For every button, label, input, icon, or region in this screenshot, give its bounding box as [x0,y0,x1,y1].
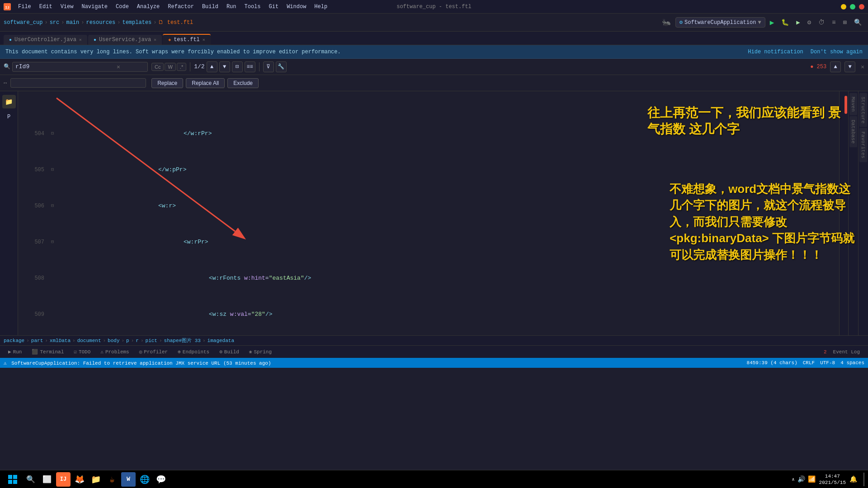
search-next-button[interactable]: ▼ [219,61,230,72]
bc-part[interactable]: part [31,338,43,343]
tab-testftl[interactable]: ◈ test.ftl ✕ [163,34,211,45]
taskbar-explorer-icon[interactable]: 📁 [89,472,103,487]
tab-userservice[interactable]: ● UserService.java ✕ [88,35,162,45]
notification-center-icon[interactable]: 🔔 [849,475,857,483]
code-content[interactable]: 504 ⊟ </w:rPr> 505 ⊟ </w:pPr> 506 ⊟ <w:r… [18,91,839,335]
debug-button[interactable]: 🐛 [778,17,792,28]
menu-code[interactable]: Code [112,3,132,11]
match-up-button[interactable]: ▲ [830,61,841,72]
vtab-structure[interactable]: Structure [859,93,867,127]
tab-close-icon[interactable]: ✕ [203,37,205,42]
menu-window[interactable]: Window [283,3,310,11]
vtab-maven[interactable]: Maven [849,93,857,115]
replace-all-button[interactable]: Replace All [186,78,225,88]
maximize-button[interactable] [850,4,855,9]
bc-package[interactable]: package [4,338,24,343]
search-input[interactable] [15,63,115,70]
whole-word-toggle[interactable]: W [165,63,175,71]
bc-p[interactable]: p [126,338,129,343]
menu-build[interactable]: Build [198,3,222,11]
replace-button[interactable]: Replace [151,78,183,88]
bc-pict[interactable]: pict [146,338,157,343]
replace-input[interactable] [14,80,131,86]
search-prev-button[interactable]: ▲ [207,61,217,72]
menu-navigate[interactable]: Navigate [78,3,111,11]
cursor-position[interactable]: 8459:39 (4 chars) [747,360,797,366]
sidebar-project-icon[interactable]: 📁 [2,95,16,108]
layout-icon[interactable]: ⊞ [840,17,849,28]
project-breadcrumb-main[interactable]: main [66,19,79,26]
vtab-favorites[interactable]: Favorites [859,128,867,162]
build-button[interactable]: ⚙ [805,17,814,28]
menu-git[interactable]: Git [265,3,283,11]
taskbar-word-icon[interactable]: W [121,472,136,487]
btab-profiler[interactable]: ◎ Profiler [135,347,172,356]
project-breadcrumb-templates[interactable]: templates [122,19,151,26]
btab-spring[interactable]: ❀ Spring [245,347,276,356]
bc-document[interactable]: document [77,338,101,343]
btab-todo[interactable]: ☑ TODO [69,347,95,356]
menu-refactor[interactable]: Refactor [164,3,198,11]
tray-network-icon[interactable]: 📶 [808,475,816,483]
taskbar-firefox-icon[interactable]: 🦊 [72,472,87,487]
taskbar-intellij-icon[interactable]: IJ [56,472,71,487]
menu-file[interactable]: File [14,3,35,11]
search-filter-button[interactable]: ⊽ [263,61,274,72]
ant-icon[interactable]: 🐜 [659,16,674,29]
search-clear-icon[interactable]: ✕ [117,63,120,70]
menu-edit[interactable]: Edit [36,3,56,11]
code-editor[interactable]: 504 ⊟ </w:rPr> 505 ⊟ </w:pPr> 506 ⊟ <w:r… [18,91,839,335]
bc-shape[interactable]: shape#图片 33 [164,337,201,344]
project-breadcrumb-src[interactable]: src [50,19,60,26]
bc-xmldata[interactable]: xmlData [50,338,71,343]
dont-show-again-button[interactable]: Don't show again [811,49,863,55]
tab-close-icon[interactable]: ✕ [154,37,156,42]
minimize-button[interactable] [841,4,846,9]
btab-event-log[interactable]: Event Log [829,348,864,356]
project-breadcrumb-file[interactable]: 🗋 test.ftl [158,19,193,26]
btab-endpoints[interactable]: ⊕ Endpoints [173,347,214,356]
menu-view[interactable]: View [57,3,77,11]
bc-imagedata[interactable]: imagedata [208,338,234,343]
search-multiline-button[interactable]: ≡≡ [245,61,255,72]
search-wrap-button[interactable]: ⊡ [232,61,243,72]
system-clock[interactable]: 14:47 2021/5/15 [819,473,846,486]
bc-body[interactable]: body [108,338,119,343]
search-close-icon[interactable]: ✕ [861,63,864,70]
run-button[interactable]: ▶ [767,16,777,29]
menu-run[interactable]: Run [223,3,240,11]
vtab-database[interactable]: Database [849,116,857,147]
line-ending[interactable]: CRLF [803,360,815,366]
btab-problems[interactable]: ⚠ Problems [96,347,133,356]
match-case-toggle[interactable]: Cc [151,63,164,71]
show-desktop-icon[interactable] [861,473,864,486]
more-run-options[interactable]: ⏱ [816,17,827,28]
run-configuration[interactable]: ⚙ SoftwareCupApplication ▼ [675,17,765,28]
menu-analyze[interactable]: Analyze [133,3,163,11]
search-everywhere-icon[interactable]: 🔍 [851,17,864,28]
taskbar-chrome-icon[interactable]: 🌐 [137,472,152,487]
tab-usercontroller[interactable]: ● UserController.java ✕ [4,35,87,45]
regex-toggle[interactable]: .* [177,63,186,71]
project-breadcrumb-softwarecup[interactable]: software_cup [4,19,42,26]
start-button[interactable] [4,473,22,486]
tray-speaker-icon[interactable]: 🔊 [797,475,805,483]
hide-notification-button[interactable]: Hide notification [748,49,803,55]
menu-tools[interactable]: Tools [241,3,264,11]
project-breadcrumb-resources[interactable]: resources [86,19,115,26]
encoding[interactable]: UTF-8 [820,360,835,366]
sidebar-icon-1[interactable]: P [2,110,16,124]
match-down-button[interactable]: ▼ [844,61,855,72]
timer-icon[interactable]: ≡ [829,17,838,28]
exclude-button[interactable]: Exclude [227,78,259,88]
tab-close-icon[interactable]: ✕ [79,37,82,42]
btab-run[interactable]: ▶ Run [4,347,26,356]
btab-terminal[interactable]: ⬛ Terminal [27,347,68,356]
taskbar-taskview-icon[interactable]: ⬜ [40,472,54,487]
close-button[interactable] [859,4,864,9]
run-coverage-button[interactable]: ▶ [793,17,802,28]
taskbar-wechat-icon[interactable]: 💬 [154,472,168,487]
menu-help[interactable]: Help [311,3,331,11]
taskbar-java-icon[interactable]: ☕ [105,472,119,487]
tray-up-icon[interactable]: ∧ [792,477,795,482]
